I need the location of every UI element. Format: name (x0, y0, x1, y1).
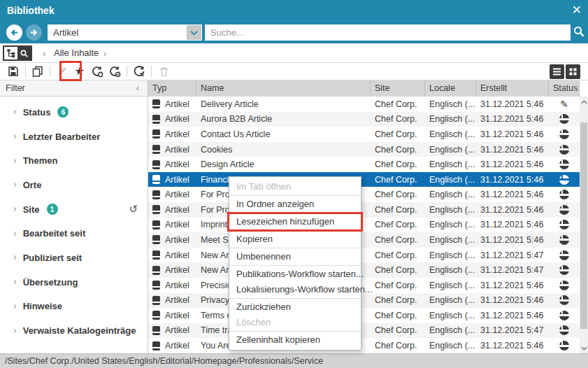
delete-button[interactable] (156, 64, 171, 78)
filter-item-label: Übersetzung (23, 277, 78, 288)
filter-item-bearbeitet-seit[interactable]: ›Bearbeitet seit (0, 221, 148, 246)
cell-site: Chef Corp. (371, 341, 425, 351)
filter-item-letzter-bearbeiter[interactable]: ›Letzter Bearbeiter (0, 125, 148, 149)
save-button[interactable] (6, 64, 21, 78)
content-type-select[interactable]: Artikel (48, 24, 202, 41)
cell-typ: Artikel (148, 190, 196, 199)
filter-item-hinweise[interactable]: ›Hinweise (0, 295, 148, 319)
column-header-name[interactable]: Name (196, 80, 371, 97)
forward-button[interactable] (26, 24, 42, 41)
chevron-right-icon[interactable]: › (103, 48, 106, 59)
cell-typ: Artikel (148, 145, 196, 155)
cell-typ: Artikel (148, 175, 196, 185)
cell-locale: Englisch (... (425, 145, 476, 155)
cell-locale: Englisch (... (425, 325, 476, 335)
column-header-erstellt[interactable]: Erstellt (476, 80, 549, 97)
filter-item-site[interactable]: ›Site1↺ (0, 197, 148, 222)
cell-typ: Artikel (148, 295, 196, 305)
column-header-status[interactable]: Status (549, 80, 580, 97)
table-row[interactable]: ArtikelAurora B2B ArticleChef Corp.Engli… (148, 112, 580, 127)
table-row[interactable]: ArtikelYou Are The Perfect ChefChef Corp… (148, 338, 580, 353)
menu-item-zur-ckziehen[interactable]: Zurückziehen (229, 299, 361, 315)
column-header-typ[interactable]: Typ (148, 80, 196, 97)
filter-item-orte[interactable]: ›Orte (0, 173, 148, 197)
menu-item-umbenennen[interactable]: Umbenennen (229, 249, 361, 264)
tree-view-icon[interactable] (4, 47, 17, 59)
filter-item-publiziert-seit[interactable]: ›Publiziert seit (0, 246, 148, 270)
scroll-down-icon[interactable] (580, 344, 588, 353)
menu-item-in-ordner-anzeigen[interactable]: In Ordner anzeigen (229, 197, 361, 212)
cell-locale: Englisch (... (425, 341, 476, 351)
collapse-panel-icon[interactable]: ‹ (136, 83, 139, 93)
filter-item--bersetzung[interactable]: ›Übersetzung (0, 270, 148, 295)
cell-created: 31.12.2021 5:46 (476, 114, 549, 124)
grid-view-icon[interactable] (566, 64, 580, 79)
released-status-icon (559, 160, 569, 169)
table-row[interactable]: ArtikelTime travChef Corp.Englisch (...3… (148, 323, 580, 339)
cell-locale: Englisch (... (425, 99, 476, 109)
localization-workflow-button[interactable] (107, 64, 122, 78)
typ-label: Artikel (165, 99, 189, 109)
scrollbar-thumb[interactable] (580, 122, 587, 329)
article-icon (152, 341, 160, 351)
cell-site: Chef Corp. (371, 281, 425, 290)
filter-item-label: Themen (23, 155, 58, 166)
article-icon (152, 145, 160, 154)
scroll-up-icon[interactable] (580, 97, 588, 106)
toolbar-divider (25, 66, 26, 77)
article-icon (152, 250, 160, 260)
cell-created: 31.12.2021 5:46 (476, 341, 549, 351)
table-row[interactable]: ArtikelNew ArticChef Corp.Englisch (...3… (148, 248, 580, 263)
copy-button[interactable] (30, 64, 45, 78)
cell-status (549, 281, 580, 290)
filter-item-verwaiste-katalogeintr-ge[interactable]: ›Verwaiste Katalogeinträge (0, 318, 148, 343)
column-header-locale[interactable]: Locale (425, 80, 476, 97)
table-row[interactable]: ArtikelDelivery ArticleChef Corp.Englisc… (148, 97, 580, 112)
cell-site: Chef Corp. (371, 205, 425, 215)
table-row[interactable]: ArtikelMeet SanChef Corp.Englisch (...31… (148, 232, 580, 248)
menu-item-publikations-workflow-starten-[interactable]: Publikations-Workflow starten... (229, 267, 361, 282)
typ-label: Artikel (165, 265, 189, 275)
vertical-scrollbar[interactable] (580, 97, 588, 353)
cell-created: 31.12.2021 5:46 (476, 129, 549, 139)
filter-item-themen[interactable]: ›Themen (0, 148, 148, 173)
menu-item-kopieren[interactable]: Kopieren (229, 232, 361, 247)
back-button[interactable] (6, 24, 22, 41)
breadcrumb-root[interactable]: Alle Inhalte (54, 48, 99, 58)
menu-item-zelleninhalt-kopieren[interactable]: Zelleninhalt kopieren (229, 332, 361, 348)
typ-label: Artikel (165, 160, 189, 169)
cell-typ: Artikel (148, 311, 196, 320)
table-row[interactable]: ArtikelContact Us ArticleChef Corp.Engli… (148, 127, 580, 142)
cell-created: 31.12.2021 5:46 (476, 311, 549, 320)
cell-created: 31.12.2021 5:47 (476, 325, 549, 335)
search-icon[interactable] (573, 25, 585, 38)
menu-item-lesezeichen-hinzuf-gen[interactable]: Lesezeichen hinzufügen (229, 214, 361, 229)
table-row[interactable]: ArtikelFor ProfeChef Corp.Englisch (...3… (148, 187, 580, 202)
menu-item-lokalisierungs-workflow-starten-[interactable]: Lokalisierungs-Workflow starten... (229, 282, 361, 297)
search-input[interactable] (205, 24, 571, 41)
column-header-site[interactable]: Site (371, 80, 425, 97)
cell-status: ✎ (549, 99, 580, 109)
cell-created: 31.12.2021 5:46 (476, 99, 549, 109)
table-row[interactable]: ArtikelTerms ofChef Corp.Englisch (...31… (148, 308, 580, 323)
table-row[interactable]: ArtikelDesign ArticleChef Corp.Englisch … (148, 157, 580, 172)
chevron-down-icon[interactable] (187, 25, 201, 40)
search-view-icon[interactable] (17, 47, 31, 59)
table-row[interactable]: ArtikelFor ProfeChef Corp.Englisch (...3… (148, 202, 580, 218)
menu-item-l-schen: Löschen (229, 315, 361, 330)
cell-created: 31.12.2021 5:46 (476, 281, 549, 290)
close-icon[interactable]: ✕ (572, 3, 582, 17)
table-row[interactable]: ArtikelCookiesChef Corp.Englisch (...31.… (148, 142, 580, 157)
filter-item-status[interactable]: ›Status6 (0, 100, 148, 125)
publish-workflow-button[interactable] (89, 64, 105, 78)
window-title: Bibliothek (7, 5, 55, 16)
reset-filter-icon[interactable]: ↺ (129, 203, 138, 215)
cell-created: 31.12.2021 5:46 (476, 205, 549, 215)
workflow-cancel-icon (133, 65, 145, 78)
withdraw-button[interactable] (131, 64, 147, 78)
typ-label: Artikel (165, 311, 189, 320)
table-row[interactable]: ArtikelNew ArtiChef Corp.Englisch (...31… (148, 262, 580, 278)
table-row[interactable]: ArtikelImprint AChef Corp.Englisch (...3… (148, 218, 580, 233)
table-row[interactable]: ArtikelFinancing ArticleChef Corp.Englis… (148, 172, 580, 187)
list-view-icon[interactable] (550, 64, 564, 79)
